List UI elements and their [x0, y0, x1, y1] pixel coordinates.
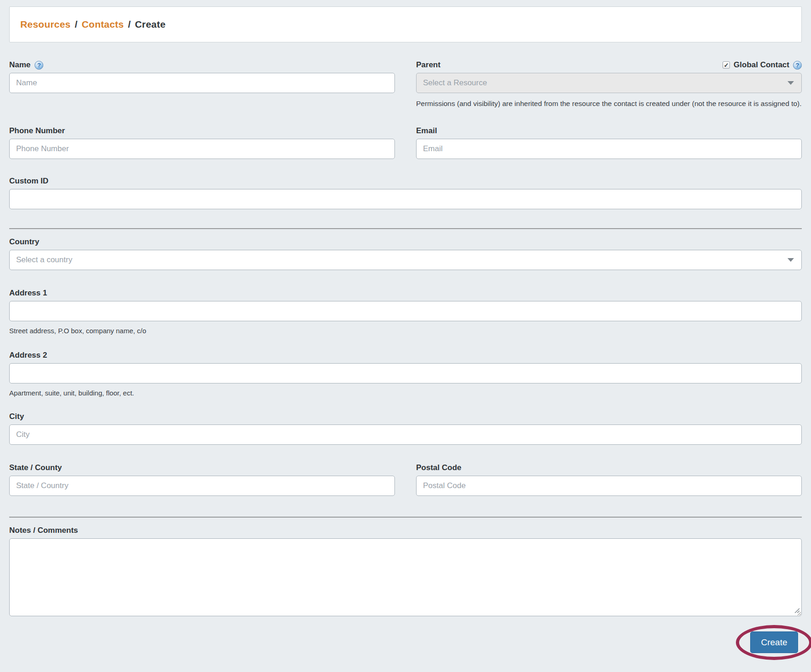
breadcrumb: Resources / Contacts / Create [20, 19, 165, 30]
section-divider [9, 517, 802, 518]
help-icon[interactable]: ? [793, 61, 802, 70]
country-label: Country [9, 237, 39, 247]
breadcrumb-panel: Resources / Contacts / Create [9, 6, 802, 42]
chevron-down-icon [787, 258, 794, 262]
parent-select-value: Select a Resource [423, 78, 487, 88]
email-input[interactable] [416, 139, 802, 159]
create-button[interactable]: Create [750, 631, 798, 653]
country-select-value: Select a country [16, 255, 72, 265]
name-label: Name [9, 60, 30, 70]
state-county-label: State / County [9, 463, 62, 472]
address2-label: Address 2 [9, 351, 47, 360]
state-county-input[interactable] [9, 476, 395, 496]
address2-input[interactable] [9, 363, 802, 383]
global-contact-label: Global Contact [734, 60, 789, 70]
city-label: City [9, 412, 24, 421]
section-divider [9, 228, 802, 229]
breadcrumb-create: Create [135, 19, 166, 30]
breadcrumb-contacts[interactable]: Contacts [82, 19, 123, 30]
name-input[interactable] [9, 73, 395, 93]
parent-permissions-note: Permissions (and visibility) are inherit… [416, 99, 802, 109]
phone-input[interactable] [9, 139, 395, 159]
address1-helper-text: Street address, P.O box, company name, c… [9, 327, 802, 335]
breadcrumb-separator: / [128, 19, 131, 30]
parent-label: Parent [416, 60, 441, 70]
help-icon[interactable]: ? [35, 61, 43, 70]
postal-code-input[interactable] [416, 476, 802, 496]
address1-input[interactable] [9, 301, 802, 321]
chevron-down-icon [787, 81, 794, 85]
notes-comments-textarea[interactable] [9, 538, 802, 616]
postal-code-label: Postal Code [416, 463, 461, 472]
city-input[interactable] [9, 424, 802, 445]
parent-select[interactable]: Select a Resource [416, 73, 802, 93]
global-contact-checkbox[interactable]: ✓ [723, 61, 730, 69]
custom-id-input[interactable] [9, 189, 802, 209]
create-contact-page: Resources / Contacts / Create Name ? Par… [0, 0, 811, 672]
breadcrumb-separator: / [75, 19, 77, 30]
country-select[interactable]: Select a country [9, 250, 802, 270]
global-contact-group: ✓ Global Contact ? [723, 60, 802, 70]
address2-helper-text: Apartment, suite, unit, building, floor,… [9, 389, 802, 397]
address1-label: Address 1 [9, 289, 47, 298]
notes-comments-label: Notes / Comments [9, 526, 78, 535]
breadcrumb-resources[interactable]: Resources [20, 19, 71, 30]
email-label: Email [416, 126, 437, 136]
phone-label: Phone Number [9, 126, 65, 136]
custom-id-label: Custom ID [9, 177, 48, 186]
